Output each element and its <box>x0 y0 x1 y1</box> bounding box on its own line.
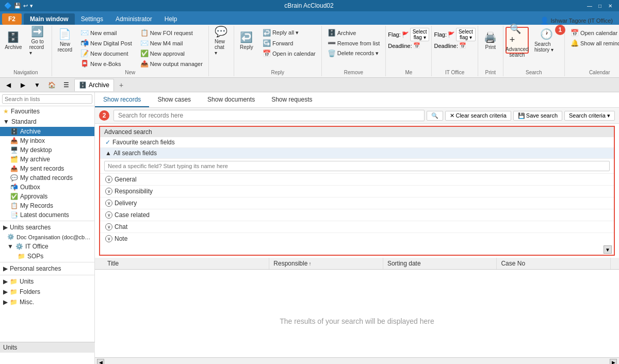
new-output-manager-button[interactable]: 📤 New output manager <box>137 59 206 69</box>
forward-button[interactable]: ↪️ Forward <box>259 38 319 48</box>
new-document-button[interactable]: 📝 New document <box>77 48 136 58</box>
new-e-boks-button[interactable]: 📮 New e-Boks <box>77 59 136 69</box>
adv-category-delivery[interactable]: ∨ Delivery <box>100 197 614 209</box>
adv-favourite-fields[interactable]: ✓ Favourite search fields <box>100 137 614 148</box>
tab-main-window[interactable]: Main window <box>24 13 75 25</box>
tab-f2[interactable]: F2 <box>2 13 22 25</box>
adv-category-case-related[interactable]: ∨ Case related <box>100 209 614 221</box>
archive-inline-button[interactable]: 🗄️ Archive <box>324 28 384 38</box>
tab-show-documents[interactable]: Show documents <box>199 92 263 107</box>
misc-label: Misc. <box>20 299 34 306</box>
col-title[interactable]: Title <box>103 258 269 269</box>
sidebar-folders-section[interactable]: ▶ 📁 Folders <box>0 287 94 297</box>
user-info: 👤 Ishwar Tagore (IT Office) <box>540 16 617 25</box>
table-header-end <box>611 258 619 269</box>
nav-forward-button[interactable]: ▶ <box>17 79 29 91</box>
nav-list-button[interactable]: ☰ <box>60 79 72 91</box>
new-m4-mail-button[interactable]: ✉️ New M4 mail <box>137 38 206 48</box>
new-digital-post-button[interactable]: 📬 New Digital Post <box>77 38 136 48</box>
sidebar-item-my-records[interactable]: 📋 My Records <box>0 201 94 210</box>
adv-search-header: Advanced search <box>100 127 614 137</box>
adv-field-search-input[interactable] <box>104 161 610 171</box>
my-records-label: My Records <box>20 202 53 209</box>
tab-show-cases[interactable]: Show cases <box>149 92 199 107</box>
scroll-down-button[interactable]: ▼ <box>604 245 612 254</box>
delete-records-button[interactable]: 🗑️ Delete records ▾ <box>324 48 384 58</box>
circle-delivery-icon: ∨ <box>105 200 112 207</box>
sidebar-item-latest-docs[interactable]: 📑 Latest documents <box>0 210 94 220</box>
sidebar-units-section[interactable]: ▶ 📁 Units <box>0 276 94 287</box>
reply-button[interactable]: ↩️ Reply <box>236 27 257 54</box>
search-input[interactable] <box>113 110 425 121</box>
print-button[interactable]: 🖨️ Print <box>480 27 501 54</box>
sidebar-item-my-inbox[interactable]: 📥 My inbox <box>0 136 94 145</box>
sidebar-item-approvals[interactable]: ✅ Approvals <box>0 192 94 201</box>
sidebar-item-my-archive[interactable]: 🗂️ My archive <box>0 155 94 164</box>
search-group-label: Search <box>506 69 562 75</box>
new-email-button[interactable]: ✉️ New email <box>77 28 136 38</box>
nav-down-button[interactable]: ▼ <box>31 79 43 91</box>
goto-button[interactable]: ➡️ Go to record ▾ <box>26 27 50 54</box>
sidebar-favourites-section[interactable]: ★ Favourites <box>0 106 94 117</box>
sidebar-item-archive[interactable]: 🗄️ Archive <box>0 127 94 136</box>
sidebar-standard-section[interactable]: ▼ Standard <box>0 117 94 127</box>
select-flag-it-button[interactable]: Select flag ▾ <box>456 28 476 41</box>
archive-tab[interactable]: 🗄️ Archive <box>74 79 114 91</box>
star-icon: ★ <box>3 108 9 115</box>
close-button[interactable]: ✕ <box>606 2 615 10</box>
sidebar-it-office-section[interactable]: ▼ ⚙️ IT Office <box>0 241 94 252</box>
expand-misc-icon: ▶ <box>3 299 8 306</box>
sidebar-misc-section[interactable]: ▶ 📁 Misc. <box>0 297 94 307</box>
sidebar-personal-searches-section[interactable]: ▶ Personal searches <box>0 263 94 274</box>
col-responsible[interactable]: Responsible ↑ <box>269 258 383 269</box>
sidebar-item-my-sent[interactable]: 📤 My sent records <box>0 164 94 173</box>
save-search-button[interactable]: 💾 Save search <box>513 111 562 121</box>
search-icon-button[interactable]: 🔍 <box>427 111 443 121</box>
adv-all-search-fields[interactable]: ▲ All search fields <box>100 148 614 159</box>
deadline-it-label: Deadline: <box>434 43 458 49</box>
minimize-button[interactable]: — <box>585 2 594 10</box>
criteria-button[interactable]: Search criteria ▾ <box>564 111 615 121</box>
sidebar-item-my-chatted[interactable]: 💬 My chatted records <box>0 173 94 183</box>
tab-help[interactable]: Help <box>158 13 184 25</box>
sidebar-search-input[interactable] <box>2 94 92 104</box>
scroll-right-button[interactable]: ▶ <box>610 359 617 365</box>
open-calendar-button[interactable]: 📅 Open calendar <box>567 28 619 38</box>
advanced-search-button[interactable]: 🔍+ Advancedsearch <box>506 27 529 54</box>
open-calendar-inline-button[interactable]: 📅 Open in calendar <box>259 48 319 58</box>
tab-show-records[interactable]: Show records <box>95 92 149 107</box>
new-record-button[interactable]: 📄 New record <box>54 27 76 54</box>
new-foi-request-button[interactable]: 📋 New FOI request <box>137 28 206 38</box>
archive-button[interactable]: 🗄️ Archive <box>2 27 25 54</box>
quick-access-undo[interactable]: ↩ <box>23 3 28 9</box>
adv-category-note[interactable]: ∨ Note <box>100 233 614 244</box>
adv-category-general[interactable]: ∨ General <box>100 173 614 185</box>
col-caseno[interactable]: Case No <box>497 258 611 269</box>
tab-show-requests[interactable]: Show requests <box>263 92 320 107</box>
sidebar-item-outbox[interactable]: 📬 Outbox <box>0 183 94 192</box>
remove-from-list-button[interactable]: ➖ Remove from list <box>324 38 384 48</box>
sidebar-item-my-desktop[interactable]: 🖥️ My desktop <box>0 145 94 155</box>
advanced-search-label: Advancedsearch <box>506 46 528 58</box>
new-approval-button[interactable]: ✅ New approval <box>137 48 206 58</box>
reply-all-button[interactable]: ↩️ Reply all ▾ <box>259 28 319 38</box>
sidebar-divider-2 <box>0 262 94 262</box>
maximize-button[interactable]: □ <box>595 2 605 10</box>
add-tab-button[interactable]: + <box>116 80 126 90</box>
quick-access-save[interactable]: 💾 <box>14 3 21 9</box>
nav-home-button[interactable]: 🏠 <box>45 79 58 91</box>
adv-category-responsibility[interactable]: ∨ Responsibility <box>100 185 614 197</box>
scroll-left-button[interactable]: ◀ <box>97 359 104 365</box>
adv-category-chat[interactable]: ∨ Chat <box>100 221 614 233</box>
sidebar-units-searches-section[interactable]: ▶ Units searches <box>0 222 94 233</box>
show-reminders-button[interactable]: 🔔 Show all reminders <box>567 38 619 48</box>
new-chat-button[interactable]: 💬 New chat ▾ <box>211 27 232 54</box>
sidebar-item-sops[interactable]: 📁 SOPs <box>0 252 94 261</box>
nav-back-button[interactable]: ◀ <box>2 79 14 91</box>
tab-administrator[interactable]: Administrator <box>109 13 158 25</box>
clear-search-button[interactable]: ✕ Clear search criteria <box>445 111 511 121</box>
tab-settings[interactable]: Settings <box>75 13 109 25</box>
col-date[interactable]: Sorting date <box>383 258 497 269</box>
select-flag-me-button[interactable]: Select flag ▾ <box>410 28 430 41</box>
sidebar-item-doc-org[interactable]: ⚙️ Doc Organisation (doc@cbrain.dk <box>0 233 94 241</box>
